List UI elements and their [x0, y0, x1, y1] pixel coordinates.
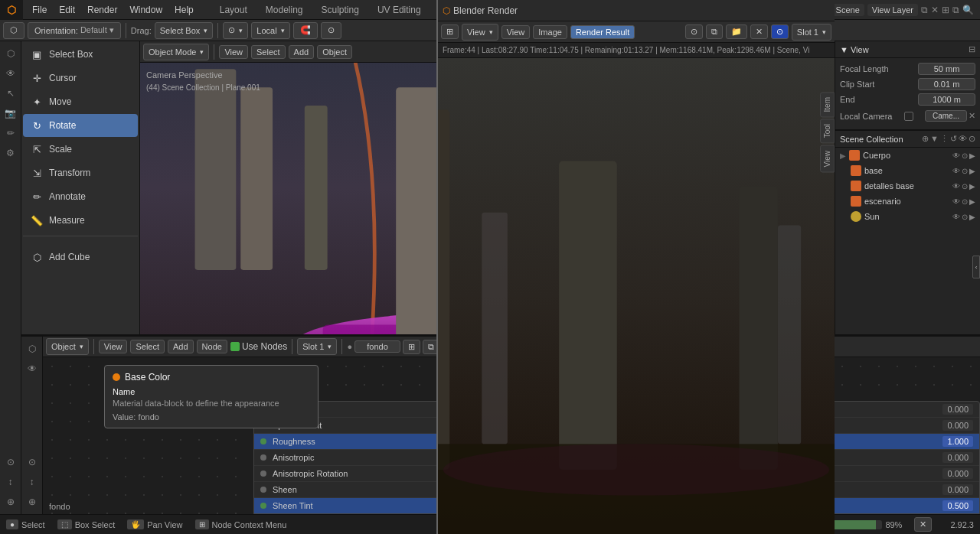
menu-file[interactable]: File — [26, 3, 53, 17]
panel-collapse-icon[interactable]: ⊟ — [969, 44, 975, 54]
scene-col-sync[interactable]: ↺ — [950, 134, 957, 144]
copy2-icon[interactable]: ⧉ — [952, 5, 959, 15]
tool-annotate[interactable]: ✏ Annotate — [23, 185, 138, 208]
ne-select-btn[interactable]: Select — [130, 340, 165, 353]
item-cam[interactable]: ▶ — [969, 151, 975, 160]
sun-cam[interactable]: ▶ — [969, 213, 975, 221]
clip-end-value[interactable]: 1000 m — [918, 93, 975, 106]
item-eye[interactable]: ⊙ — [962, 151, 968, 160]
tab-sculpting[interactable]: Sculpting — [312, 0, 368, 20]
snapping-btn[interactable]: 🧲 — [293, 22, 318, 39]
ne-sidebar-2[interactable]: 👁 — [23, 360, 41, 378]
sidebar-tools[interactable]: ⬡ — [2, 44, 20, 63]
menu-edit[interactable]: Edit — [53, 3, 81, 17]
drag-selector[interactable]: Select Box — [155, 22, 214, 39]
transform-space[interactable]: Local — [251, 22, 289, 39]
escenario-vis[interactable]: 👁 — [952, 197, 960, 206]
menu-window[interactable]: Window — [123, 3, 168, 17]
escenario-label: escenario — [864, 197, 901, 206]
sidebar-bottom2[interactable]: ↕ — [2, 473, 20, 491]
ne-sidebar-bottom1[interactable]: ⊙ — [23, 453, 41, 471]
scene-selector[interactable]: Scene — [831, 4, 864, 16]
escenario-eye[interactable]: ⊙ — [962, 197, 968, 206]
tool-select-box[interactable]: ▣ Select Box — [23, 43, 138, 66]
sun-eye[interactable]: ⊙ — [962, 213, 968, 221]
camera-clear-icon[interactable]: ✕ — [969, 111, 975, 121]
detalles-cam[interactable]: ▶ — [969, 182, 975, 190]
tool-scale[interactable]: ⇱ Scale — [23, 138, 138, 161]
ne-sidebar-bottom2[interactable]: ↕ — [23, 473, 41, 491]
status-close-render[interactable]: ✕ — [914, 517, 932, 532]
scene-col-add[interactable]: ⊕ — [922, 134, 929, 144]
scene-col-hide[interactable]: ⊙ — [969, 134, 975, 144]
collection-item-detalles[interactable]: detalles base 👁 ⊙ ▶ — [835, 178, 980, 194]
grid-icon[interactable]: ⊞ — [942, 5, 949, 15]
sidebar-bottom3[interactable]: ⊕ — [2, 493, 20, 511]
ne-view-btn[interactable]: View — [99, 340, 128, 353]
object-mode-btn[interactable]: Object Mode — [143, 44, 209, 60]
sidebar-view[interactable]: 👁 — [2, 64, 20, 83]
sidebar-brush[interactable]: ✏ — [2, 124, 20, 142]
sidebar-select[interactable]: ↖ — [2, 84, 20, 103]
vp-add-btn[interactable]: Add — [289, 45, 315, 59]
ne-add-btn[interactable]: Add — [168, 340, 194, 353]
tool-move[interactable]: ✦ Move — [23, 90, 138, 113]
collection-item-base[interactable]: base 👁 ⊙ ▶ — [835, 163, 980, 178]
ne-mat-browse[interactable]: ⊞ — [403, 340, 420, 354]
sidebar-bottom1[interactable]: ⊙ — [2, 453, 20, 471]
menu-help[interactable]: Help — [168, 3, 200, 17]
tab-modeling[interactable]: Modeling — [256, 0, 312, 20]
camera-field[interactable]: Came... — [925, 110, 967, 122]
collection-item-escenario[interactable]: escenario 👁 ⊙ ▶ — [835, 194, 980, 209]
transform-pivot[interactable]: ⊙ — [223, 22, 248, 39]
base-cam[interactable]: ▶ — [969, 167, 975, 175]
scene-col-view[interactable]: 👁 — [959, 134, 967, 144]
anisotropic-value: 0.000 — [942, 452, 973, 463]
view-layer-selector[interactable]: View Layer — [867, 4, 918, 16]
collection-item-sun[interactable]: Sun 👁 ⊙ ▶ — [835, 209, 980, 224]
base-eye[interactable]: ⊙ — [962, 167, 968, 175]
clip-start-value[interactable]: 0.01 m — [918, 78, 975, 90]
render-canvas[interactable] — [438, 58, 835, 334]
focal-length-value[interactable]: 50 mm — [918, 63, 975, 75]
detalles-eye[interactable]: ⊙ — [962, 182, 968, 190]
base-vis[interactable]: 👁 — [952, 167, 960, 175]
scene-col-filter[interactable]: ▼ — [930, 134, 939, 144]
tool-cursor[interactable]: ✛ Cursor — [23, 67, 138, 90]
scene-col-menu[interactable]: ⋮ — [940, 134, 949, 144]
tab-uv-editing[interactable]: UV Editing — [368, 0, 430, 20]
tab-view[interactable]: View — [820, 145, 835, 173]
sidebar-camera[interactable]: 📷 — [2, 104, 20, 122]
close-icon[interactable]: ✕ — [931, 5, 939, 15]
item-vis[interactable]: 👁 — [952, 151, 960, 160]
ne-sidebar-1[interactable]: ⬡ — [23, 340, 41, 358]
tab-item[interactable]: Item — [820, 92, 835, 117]
proportional-btn[interactable]: ⊙ — [321, 22, 341, 39]
escenario-cam[interactable]: ▶ — [969, 197, 975, 206]
sun-vis[interactable]: 👁 — [952, 213, 960, 221]
ne-sidebar-bottom3[interactable]: ⊕ — [23, 493, 41, 511]
local-camera-checkbox[interactable] — [904, 112, 913, 121]
detalles-vis[interactable]: 👁 — [952, 182, 960, 190]
tool-measure[interactable]: 📏 Measure — [23, 209, 138, 232]
editor-type-btn[interactable]: ⬡ — [3, 22, 24, 39]
use-nodes-checkbox[interactable] — [230, 342, 240, 351]
vp-object-btn[interactable]: Object — [317, 45, 352, 59]
ne-material-input[interactable]: fondo — [354, 340, 400, 353]
vp-select-btn[interactable]: Select — [251, 45, 286, 59]
tab-tool[interactable]: Tool — [820, 119, 835, 143]
tool-transform[interactable]: ⇲ Transform — [23, 161, 138, 184]
collection-item-cuerpo[interactable]: ▶ Cuerpo 👁 ⊙ ▶ — [835, 148, 980, 163]
sidebar-settings[interactable]: ⚙ — [2, 144, 20, 162]
ne-slot-btn[interactable]: Slot 1 — [297, 338, 337, 355]
copy-icon[interactable]: ⧉ — [921, 5, 928, 15]
ne-node-btn[interactable]: Node — [197, 340, 227, 353]
vp-view-btn[interactable]: View — [219, 45, 248, 59]
tool-add-cube[interactable]: ⬡ Add Cube — [23, 246, 138, 269]
menu-render[interactable]: Render — [81, 3, 123, 17]
tool-rotate[interactable]: ↻ Rotate — [23, 114, 138, 137]
tab-layout[interactable]: Layout — [211, 0, 256, 20]
search-icon[interactable]: 🔍 — [962, 5, 974, 15]
orientation-btn[interactable]: Orientation: Default ▾ — [28, 22, 121, 39]
ne-editor-type[interactable]: Object — [46, 338, 89, 355]
